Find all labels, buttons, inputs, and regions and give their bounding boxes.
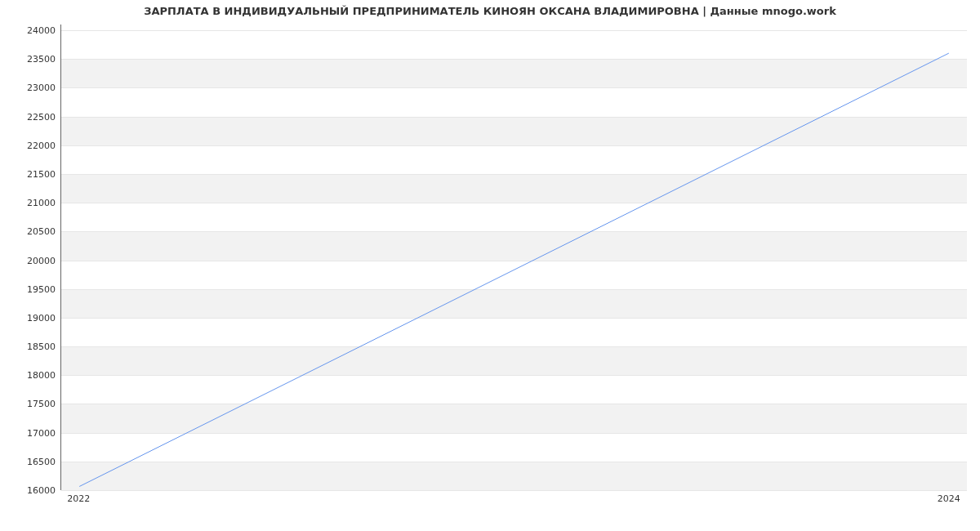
x-tick-label: 2022 (67, 493, 90, 504)
series-line-salary (79, 53, 949, 486)
y-tick-label: 19500 (7, 283, 56, 294)
y-tick-label: 16000 (7, 485, 56, 496)
y-tick-label: 18000 (7, 370, 56, 381)
y-tick-label: 24000 (7, 25, 56, 36)
y-tick-label: 23000 (7, 83, 56, 93)
y-tick-label: 21500 (7, 168, 56, 179)
y-tick-label: 23500 (7, 54, 56, 65)
y-tick-label: 20500 (7, 226, 56, 237)
y-tick-label: 19000 (7, 312, 56, 323)
y-gridline (61, 490, 967, 491)
x-tick-label: 2024 (938, 493, 960, 504)
chart-container: ЗАРПЛАТА В ИНДИВИДУАЛЬНЫЙ ПРЕДПРИНИМАТЕЛ… (0, 0, 980, 531)
y-tick-label: 17000 (7, 427, 56, 438)
y-tick-label: 16500 (7, 456, 56, 466)
plot-area (60, 25, 967, 490)
y-tick-label: 17500 (7, 399, 56, 409)
y-tick-label: 21000 (7, 198, 56, 208)
y-tick-label: 22500 (7, 111, 56, 122)
chart-title: ЗАРПЛАТА В ИНДИВИДУАЛЬНЫЙ ПРЕДПРИНИМАТЕЛ… (0, 5, 980, 17)
line-layer (61, 25, 967, 489)
y-tick-label: 18500 (7, 341, 56, 352)
y-tick-label: 20000 (7, 255, 56, 266)
y-tick-label: 22000 (7, 140, 56, 150)
